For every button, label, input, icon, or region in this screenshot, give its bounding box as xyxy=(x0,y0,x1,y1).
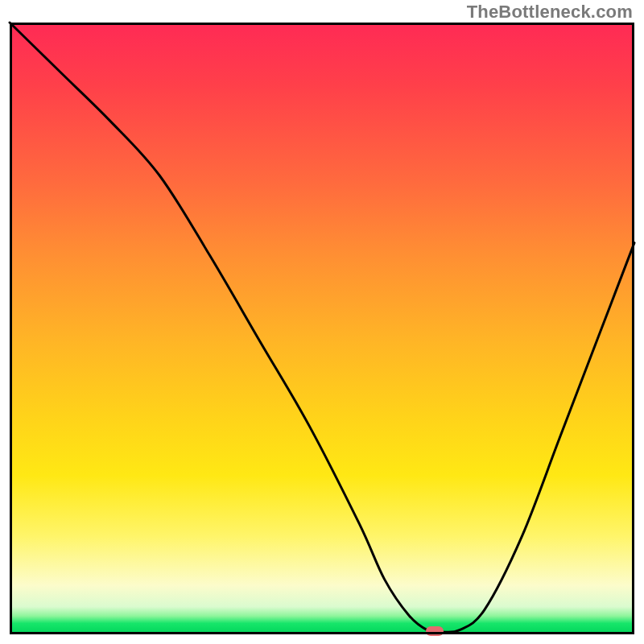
watermark-text: TheBottleneck.com xyxy=(467,2,633,23)
optimal-marker xyxy=(426,626,444,636)
plot-area xyxy=(10,23,634,634)
chart-stage: TheBottleneck.com xyxy=(0,0,644,644)
background-gradient xyxy=(10,23,634,634)
